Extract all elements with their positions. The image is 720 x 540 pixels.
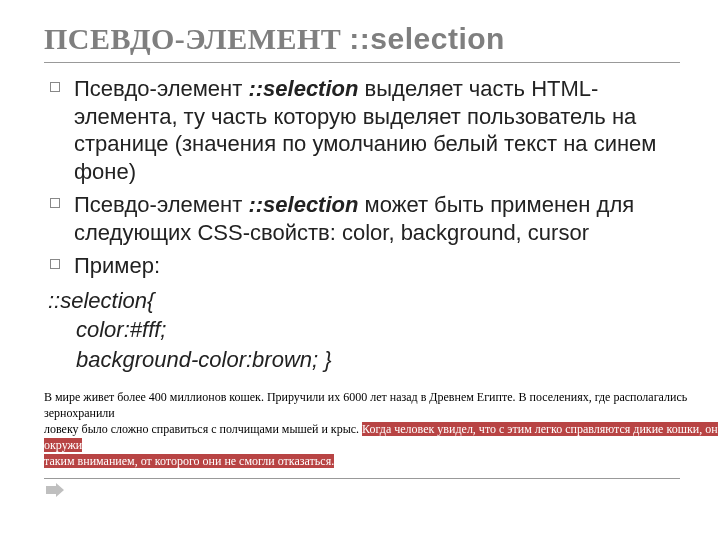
code-line-2: color:#fff; bbox=[48, 315, 680, 345]
bullet-item-2: Псевдо-элемент ::selection может быть пр… bbox=[44, 191, 680, 246]
bullet2-pre: Псевдо-элемент bbox=[74, 192, 248, 217]
example-plain-2: ловеку было сложно справиться с полчищам… bbox=[44, 422, 362, 436]
example-paragraph: В мире живет более 400 миллионов кошек. … bbox=[44, 389, 720, 470]
slide-title: ПСЕВДО-ЭЛЕМЕНТ ::selection bbox=[44, 22, 680, 56]
code-line-3: background-color:brown; } bbox=[48, 345, 680, 375]
example-plain-1: В мире живет более 400 миллионов кошек. … bbox=[44, 390, 687, 420]
bullet-list: Псевдо-элемент ::selection выделяет част… bbox=[44, 75, 680, 280]
bullet3-text: Пример: bbox=[74, 253, 160, 278]
example-highlight-2: таким вниманием, от которого они не смог… bbox=[44, 454, 334, 468]
title-prefix: ПСЕВДО-ЭЛЕМЕНТ bbox=[44, 22, 349, 55]
nav-arrow-icon bbox=[46, 483, 680, 497]
bullet2-keyword: ::selection bbox=[248, 192, 358, 217]
svg-marker-0 bbox=[46, 483, 64, 497]
title-divider bbox=[44, 62, 680, 63]
bullet-item-1: Псевдо-элемент ::selection выделяет част… bbox=[44, 75, 680, 185]
footer-divider bbox=[44, 478, 680, 479]
bullet1-keyword: ::selection bbox=[248, 76, 358, 101]
slide: ПСЕВДО-ЭЛЕМЕНТ ::selection Псевдо-элемен… bbox=[0, 0, 720, 540]
code-line-1: ::selection{ bbox=[48, 286, 680, 316]
code-block: ::selection{ color:#fff; background-colo… bbox=[48, 286, 680, 375]
title-selection-keyword: ::selection bbox=[349, 22, 505, 55]
bullet1-pre: Псевдо-элемент bbox=[74, 76, 248, 101]
bullet-item-3: Пример: bbox=[44, 252, 680, 280]
